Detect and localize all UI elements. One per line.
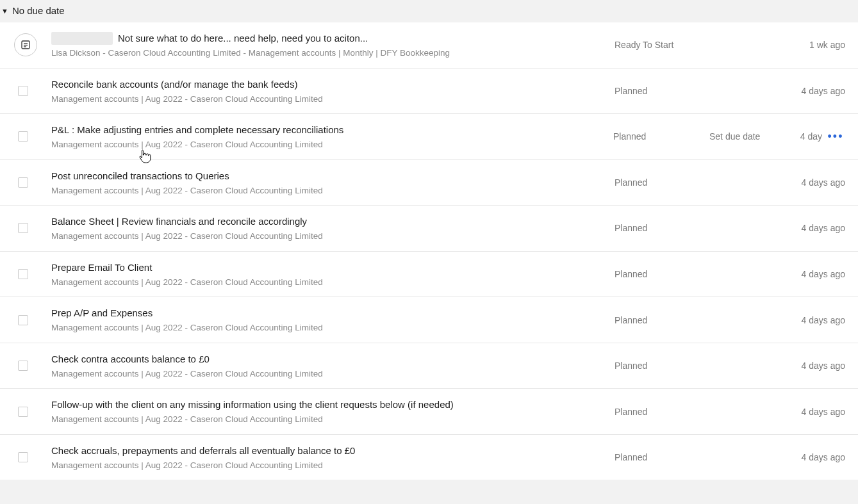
task-row[interactable]: P&L : Make adjusting entries and complet… xyxy=(0,113,858,159)
task-title-text: Prepare Email To Client xyxy=(51,261,152,274)
task-title[interactable]: Follow-up with the client on any missing… xyxy=(51,398,604,411)
task-title[interactable]: P&L : Make adjusting entries and complet… xyxy=(51,123,603,136)
more-menu-button[interactable]: ••• xyxy=(826,131,845,142)
task-age: 4 days ago xyxy=(788,452,845,462)
task-row[interactable]: Follow-up with the client on any missing… xyxy=(0,388,858,434)
task-age: 1 wk ago xyxy=(788,40,845,50)
task-status[interactable]: Ready To Start xyxy=(615,40,711,50)
task-title-text: Check contra accounts balance to £0 xyxy=(51,352,210,366)
task-title[interactable]: Check accruals, prepayments and deferral… xyxy=(51,444,604,457)
task-title-text: Prep A/P and Expenses xyxy=(51,306,153,320)
task-title-text: Check accruals, prepayments and deferral… xyxy=(51,444,355,457)
task-subtitle: Lisa Dickson - Caseron Cloud Accounting … xyxy=(51,47,604,59)
task-subtitle: Management accounts | Aug 2022 - Caseron… xyxy=(51,231,604,242)
task-age: 4 days ago xyxy=(788,269,845,279)
task-status[interactable]: Planned xyxy=(615,407,711,417)
task-title-text: P&L : Make adjusting entries and complet… xyxy=(51,123,343,136)
task-checkbox[interactable] xyxy=(18,131,28,142)
section-title: No due date xyxy=(12,5,65,16)
task-subtitle: Management accounts | Aug 2022 - Caseron… xyxy=(51,414,604,425)
task-title[interactable]: Check contra accounts balance to £0 xyxy=(51,352,604,366)
task-list: Not sure what to do here... need help, n… xyxy=(0,22,858,480)
note-icon[interactable] xyxy=(14,33,37,56)
task-subtitle: Management accounts | Aug 2022 - Caseron… xyxy=(51,368,604,380)
task-title-text: Post unreconciled transactions to Querie… xyxy=(51,169,229,183)
task-title-text: Not sure what to do here... need help, n… xyxy=(118,31,368,45)
task-row[interactable]: Not sure what to do here... need help, n… xyxy=(0,22,858,68)
task-status[interactable]: Planned xyxy=(615,86,711,96)
task-row[interactable]: Reconcile bank accounts (and/or manage t… xyxy=(0,68,858,114)
task-checkbox[interactable] xyxy=(18,177,28,188)
task-title[interactable]: Prepare Email To Client xyxy=(51,261,604,274)
task-checkbox[interactable] xyxy=(18,269,28,279)
task-subtitle: Management accounts | Aug 2022 - Caseron… xyxy=(51,460,604,471)
task-status[interactable]: Planned xyxy=(615,452,711,462)
task-title-text: Reconcile bank accounts (and/or manage t… xyxy=(51,77,297,91)
task-title[interactable]: Post unreconciled transactions to Querie… xyxy=(51,169,604,183)
task-subtitle: Management accounts | Aug 2022 - Caseron… xyxy=(51,277,604,288)
task-checkbox[interactable] xyxy=(18,361,28,371)
set-due-date-button[interactable]: Set due date xyxy=(709,131,786,142)
task-title[interactable]: Balance Sheet | Review financials and re… xyxy=(51,215,604,228)
chevron-down-icon: ▼ xyxy=(1,7,8,15)
task-title-text: Follow-up with the client on any missing… xyxy=(51,398,454,411)
task-row[interactable]: Prep A/P and ExpensesManagement accounts… xyxy=(0,297,858,343)
task-subtitle: Management accounts | Aug 2022 - Caseron… xyxy=(51,322,604,334)
task-age: 4 days ago xyxy=(788,177,845,188)
task-row[interactable]: Check contra accounts balance to £0Manag… xyxy=(0,343,858,389)
task-checkbox[interactable] xyxy=(18,315,28,325)
redacted-block xyxy=(51,32,113,45)
task-row[interactable]: Post unreconciled transactions to Querie… xyxy=(0,159,858,206)
more-icon: ••• xyxy=(828,131,844,142)
task-status[interactable]: Planned xyxy=(615,223,711,233)
task-checkbox[interactable] xyxy=(18,407,28,417)
task-status[interactable]: Planned xyxy=(615,269,711,279)
task-row[interactable]: Prepare Email To ClientManagement accoun… xyxy=(0,251,858,297)
task-subtitle: Management accounts | Aug 2022 - Caseron… xyxy=(51,139,603,150)
task-age: 4 days ago xyxy=(788,315,845,325)
task-subtitle: Management accounts | Aug 2022 - Caseron… xyxy=(51,185,604,197)
task-checkbox[interactable] xyxy=(18,452,28,462)
task-age: 4 days ago xyxy=(788,361,845,371)
task-status[interactable]: Planned xyxy=(615,177,711,188)
task-status[interactable]: Planned xyxy=(615,361,711,371)
task-subtitle: Management accounts | Aug 2022 - Caseron… xyxy=(51,93,604,105)
task-age: 4 days ago xyxy=(788,407,845,417)
task-checkbox[interactable] xyxy=(18,223,28,233)
task-checkbox[interactable] xyxy=(18,86,28,96)
task-status[interactable]: Planned xyxy=(613,131,709,142)
task-title[interactable]: Not sure what to do here... need help, n… xyxy=(51,31,604,45)
section-header-no-due-date[interactable]: ▼ No due date xyxy=(0,0,858,21)
task-status[interactable]: Planned xyxy=(615,315,711,325)
task-title-text: Balance Sheet | Review financials and re… xyxy=(51,215,307,228)
task-age: 4 day xyxy=(786,131,822,142)
task-age: 4 days ago xyxy=(788,86,845,96)
task-title[interactable]: Prep A/P and Expenses xyxy=(51,306,604,320)
task-row[interactable]: Check accruals, prepayments and deferral… xyxy=(0,434,858,480)
task-row[interactable]: Balance Sheet | Review financials and re… xyxy=(0,205,858,251)
task-title[interactable]: Reconcile bank accounts (and/or manage t… xyxy=(51,77,604,91)
task-age: 4 days ago xyxy=(788,223,845,233)
